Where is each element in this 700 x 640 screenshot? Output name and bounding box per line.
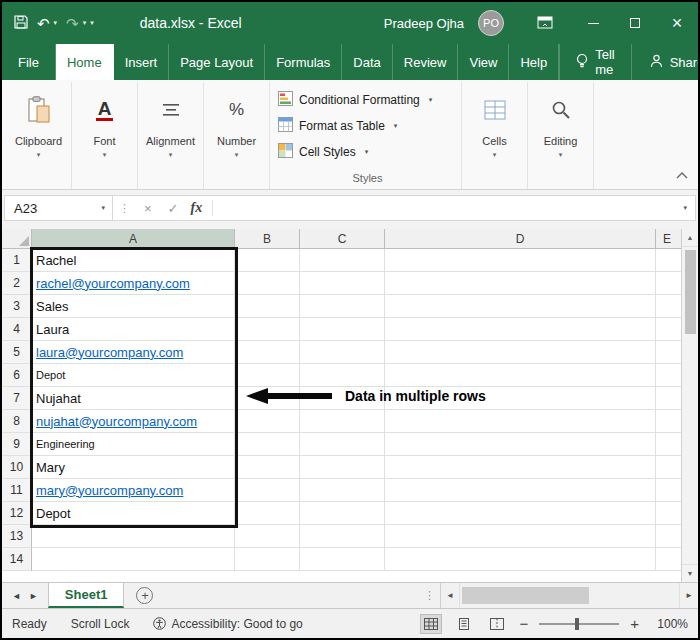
cell-A10[interactable]: Mary: [32, 456, 235, 479]
tab-review[interactable]: Review: [393, 44, 459, 80]
collapse-ribbon-icon[interactable]: [676, 165, 688, 183]
cell-B14[interactable]: [235, 548, 300, 571]
zoom-slider[interactable]: [539, 623, 619, 625]
undo-caret-icon[interactable]: ▾: [54, 19, 58, 27]
ribbon-group-alignment[interactable]: Alignment ▾: [138, 82, 204, 189]
cell-E14[interactable]: [656, 548, 681, 571]
row-header-3[interactable]: 3: [2, 295, 32, 318]
column-header-D[interactable]: D: [385, 229, 656, 249]
row-header-1[interactable]: 1: [2, 249, 32, 272]
cell-D9[interactable]: [385, 433, 656, 456]
cell-B4[interactable]: [235, 318, 300, 341]
name-box-caret-icon[interactable]: ▾: [94, 204, 112, 212]
tab-page-layout[interactable]: Page Layout: [169, 44, 265, 80]
cell-C10[interactable]: [300, 456, 385, 479]
row-header-5[interactable]: 5: [2, 341, 32, 364]
cell-A2[interactable]: rachel@yourcompany.com: [32, 272, 235, 295]
cell-E5[interactable]: [656, 341, 681, 364]
cell-D3[interactable]: [385, 295, 656, 318]
cell-B6[interactable]: [235, 364, 300, 387]
cell-E12[interactable]: [656, 502, 681, 525]
cell-D8[interactable]: [385, 410, 656, 433]
column-header-E[interactable]: E: [656, 229, 681, 249]
next-sheet-icon[interactable]: ►: [29, 591, 38, 601]
row-header-6[interactable]: 6: [2, 364, 32, 387]
redo-icon[interactable]: ↷: [66, 16, 79, 31]
horizontal-scrollbar-track[interactable]: [460, 583, 679, 608]
zoom-in-icon[interactable]: +: [630, 616, 639, 631]
formula-input[interactable]: [213, 196, 675, 220]
cell-C14[interactable]: [300, 548, 385, 571]
close-button[interactable]: ×: [656, 2, 698, 44]
cancel-icon[interactable]: ×: [136, 201, 160, 216]
cell-C5[interactable]: [300, 341, 385, 364]
tab-splitter-icon[interactable]: ⋮: [419, 589, 440, 602]
cell-D11[interactable]: [385, 479, 656, 502]
cell-C1[interactable]: [300, 249, 385, 272]
column-header-A[interactable]: A: [32, 229, 235, 249]
cell-A3[interactable]: Sales: [32, 295, 235, 318]
horizontal-scrollbar[interactable]: ◄ ►: [440, 583, 698, 608]
zoom-out-icon[interactable]: −: [519, 616, 528, 631]
zoom-level[interactable]: 100%: [650, 617, 688, 631]
column-header-C[interactable]: C: [300, 229, 385, 249]
cell-B9[interactable]: [235, 433, 300, 456]
share-button[interactable]: Share: [631, 44, 700, 80]
maximize-button[interactable]: [614, 2, 656, 44]
cell-E4[interactable]: [656, 318, 681, 341]
new-sheet-icon[interactable]: +: [136, 587, 153, 604]
save-icon[interactable]: [14, 15, 28, 32]
cell-B5[interactable]: [235, 341, 300, 364]
format-as-table-button[interactable]: Format as Table ▾: [278, 113, 457, 139]
previous-sheet-icon[interactable]: ◄: [12, 591, 21, 601]
cell-D12[interactable]: [385, 502, 656, 525]
redo-caret-icon[interactable]: ▾: [83, 19, 87, 27]
cell-C3[interactable]: [300, 295, 385, 318]
column-header-B[interactable]: B: [235, 229, 300, 249]
cell-C6[interactable]: [300, 364, 385, 387]
cell-C13[interactable]: [300, 525, 385, 548]
ribbon-group-number[interactable]: % Number ▾: [204, 82, 270, 189]
account-name[interactable]: Pradeep Ojha: [384, 16, 464, 31]
undo-icon[interactable]: ↶: [37, 16, 50, 31]
cell-E1[interactable]: [656, 249, 681, 272]
cell-D2[interactable]: [385, 272, 656, 295]
cell-E10[interactable]: [656, 456, 681, 479]
scroll-up-icon[interactable]: ▲: [682, 229, 698, 247]
cell-A6[interactable]: Depot: [32, 364, 235, 387]
cell-A8[interactable]: nujahat@yourcompany.com: [32, 410, 235, 433]
cell-A5[interactable]: laura@yourcompany.com: [32, 341, 235, 364]
insert-function-icon[interactable]: fx: [187, 200, 214, 216]
cell-A9[interactable]: Engineering: [32, 433, 235, 456]
expand-formula-bar-icon[interactable]: ▾: [675, 204, 695, 212]
tell-me-button[interactable]: Tell me: [559, 44, 631, 80]
cell-A13[interactable]: [32, 525, 235, 548]
cell-D5[interactable]: [385, 341, 656, 364]
cell-A12[interactable]: Depot: [32, 502, 235, 525]
cell-D14[interactable]: [385, 548, 656, 571]
tab-help[interactable]: Help: [509, 44, 559, 80]
tab-view[interactable]: View: [458, 44, 509, 80]
select-all-corner[interactable]: [2, 229, 32, 249]
cell-A1[interactable]: Rachel: [32, 249, 235, 272]
cell-E13[interactable]: [656, 525, 681, 548]
cell-C2[interactable]: [300, 272, 385, 295]
sheet-tab-sheet1[interactable]: Sheet1: [48, 583, 125, 608]
tab-data[interactable]: Data: [342, 44, 392, 80]
row-header-8[interactable]: 8: [2, 410, 32, 433]
cell-B11[interactable]: [235, 479, 300, 502]
cell-C11[interactable]: [300, 479, 385, 502]
customize-qat-icon[interactable]: ▾: [90, 19, 94, 27]
row-header-10[interactable]: 10: [2, 456, 32, 479]
conditional-formatting-button[interactable]: Conditional Formatting ▾: [278, 87, 457, 113]
cell-D6[interactable]: [385, 364, 656, 387]
cell-D1[interactable]: [385, 249, 656, 272]
row-header-14[interactable]: 14: [2, 548, 32, 571]
cell-A4[interactable]: Laura: [32, 318, 235, 341]
cell-E2[interactable]: [656, 272, 681, 295]
cell-B13[interactable]: [235, 525, 300, 548]
cell-B12[interactable]: [235, 502, 300, 525]
ribbon-group-font[interactable]: A Font ▾: [72, 82, 138, 189]
name-box[interactable]: A23 ▾: [5, 196, 113, 220]
ribbon-group-editing[interactable]: Editing ▾: [528, 82, 594, 189]
